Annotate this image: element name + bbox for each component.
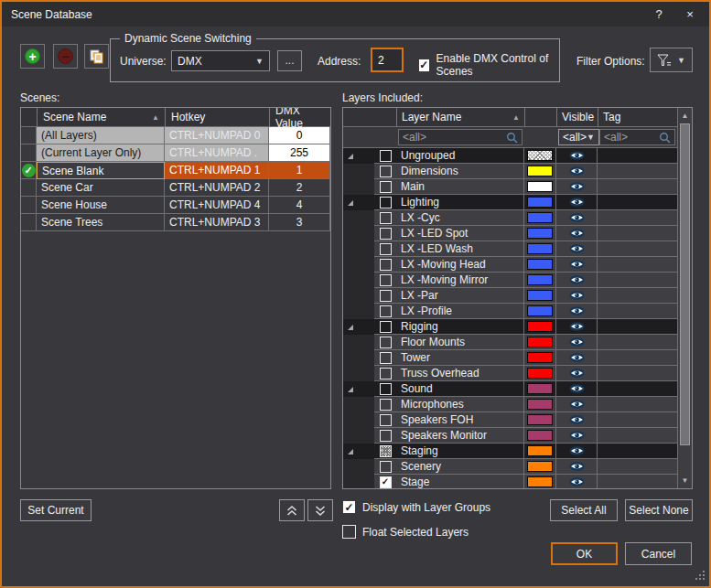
layer-checkbox-cell[interactable] [374,148,396,164]
scene-hotkey-cell[interactable]: CTRL+NUMPAD 4 [165,197,269,214]
layer-name-cell[interactable]: Rigging [396,319,524,335]
layer-row[interactable]: LX -Moving Mirror [343,273,677,288]
layer-checkbox-cell[interactable] [374,210,396,226]
layer-checkbox[interactable] [380,383,392,395]
close-icon[interactable]: × [680,6,700,23]
layer-visible-cell[interactable] [556,148,598,164]
layer-row[interactable]: Speakers FOH [343,412,677,428]
layer-name-cell[interactable]: Tower [396,350,524,366]
layer-tag-cell[interactable] [598,195,677,210]
scene-dmx-value-cell[interactable]: 4 [269,197,330,214]
layer-checkbox[interactable] [380,430,392,442]
layer-checkbox-cell[interactable] [374,366,396,381]
layer-checkbox[interactable] [380,212,392,224]
layer-tag-cell[interactable] [598,381,677,397]
layer-tag-cell[interactable] [598,273,677,288]
layer-visible-cell[interactable] [556,335,598,350]
layer-row[interactable]: Scenery [343,459,677,475]
layer-visible-cell[interactable] [556,412,598,428]
layer-checkbox-cell[interactable] [374,459,396,475]
scene-name-column-header[interactable]: Scene Name ▲ [37,108,165,126]
layer-row[interactable]: Rigging [343,319,677,335]
layer-name-cell[interactable]: Lighting [396,195,524,210]
group-expander-icon[interactable] [343,381,358,397]
layer-tag-cell[interactable] [598,226,677,241]
scene-dmx-value-cell[interactable]: 2 [269,179,330,197]
layer-checkbox[interactable] [380,399,392,411]
hotkey-column-header[interactable]: Hotkey [165,108,269,126]
visible-column-header[interactable]: Visible [556,108,598,126]
layer-visible-cell[interactable] [556,241,598,257]
scene-hotkey-cell[interactable]: CTRL+NUMPAD 0 [165,127,269,144]
select-none-button[interactable]: Select None [625,499,693,521]
layer-visible-cell[interactable] [556,475,598,488]
layer-checkbox-cell[interactable]: ✓ [374,475,396,488]
scene-hotkey-cell[interactable]: CTRL+NUMPAD 2 [165,179,269,197]
scene-dmx-value-cell[interactable]: 0 [269,127,330,144]
layer-tag-cell[interactable] [598,350,677,366]
layer-name-cell[interactable]: Speakers FOH [396,412,524,428]
layer-row[interactable]: Microphones [343,397,677,412]
layer-row[interactable]: Speakers Monitor [343,428,677,444]
scene-dmx-value-cell[interactable]: 255 [269,144,330,162]
layer-name-cell[interactable]: LX -LED Wash [396,241,524,257]
layer-visible-cell[interactable] [556,179,598,195]
dmx-value-column-header[interactable]: DMX Value [269,108,330,126]
layer-name-cell[interactable]: Scenery [396,459,524,475]
layer-tag-cell[interactable] [598,241,677,257]
layer-checkbox[interactable] [380,181,392,193]
scene-row[interactable]: (All Layers)CTRL+NUMPAD 00 [21,127,330,144]
float-selected-layers-checkbox[interactable] [342,525,356,539]
scroll-up-icon[interactable]: ▲ [678,109,692,123]
group-expander-icon[interactable] [343,444,358,459]
duplicate-scene-button[interactable] [84,44,109,69]
layer-row[interactable]: LX -LED Spot [343,226,677,241]
move-up-button[interactable] [279,499,305,521]
layer-checkbox-cell[interactable] [374,241,396,257]
tag-filter-input[interactable]: <all> [599,129,675,145]
layer-checkbox-cell[interactable] [374,381,396,397]
scene-name-cell[interactable]: Scene House [37,197,165,214]
layer-name-cell[interactable]: Ungrouped [396,148,524,164]
layer-name-cell[interactable]: Microphones [396,397,524,412]
layer-checkbox-cell[interactable] [374,288,396,304]
layer-checkbox[interactable] [380,352,392,364]
layer-visible-cell[interactable] [556,350,598,366]
layer-tag-cell[interactable] [598,164,677,179]
search-icon[interactable] [506,132,518,144]
set-current-button[interactable]: Set Current [20,499,92,521]
layer-tag-cell[interactable] [598,304,677,319]
tag-column-header[interactable]: Tag [598,108,677,126]
layer-row[interactable]: LX -Moving Head [343,257,677,273]
layer-checkbox-cell[interactable] [374,195,396,210]
layer-checkbox[interactable] [380,461,392,473]
select-all-button[interactable]: Select All [550,499,618,521]
scene-row[interactable]: Scene CarCTRL+NUMPAD 22 [21,179,330,197]
move-down-button[interactable] [307,499,333,521]
layer-checkbox[interactable] [380,445,392,457]
layer-visible-cell[interactable] [556,304,598,319]
layer-checkbox-cell[interactable] [374,350,396,366]
layer-name-cell[interactable]: Truss Overhead [396,366,524,381]
scene-row[interactable]: (Current Layer Only)CTRL+NUMPAD .255 [21,144,330,162]
layer-tag-cell[interactable] [598,210,677,226]
scene-name-cell[interactable]: (Current Layer Only) [37,144,165,162]
scrollbar-thumb[interactable] [680,123,690,445]
layer-checkbox-cell[interactable] [374,335,396,350]
layer-checkbox[interactable] [380,414,392,426]
universe-select[interactable]: DMX ▼ [171,50,270,71]
add-scene-button[interactable]: + [20,44,45,69]
layer-tag-cell[interactable] [598,475,677,488]
layer-row[interactable]: Tower [343,350,677,366]
layer-visible-cell[interactable] [556,459,598,475]
layer-checkbox-cell[interactable] [374,444,396,459]
group-expander-icon[interactable] [343,319,358,335]
scroll-down-icon[interactable]: ▼ [678,474,692,487]
scene-dmx-value-cell[interactable]: 3 [269,214,330,231]
layer-name-cell[interactable]: Floor Mounts [396,335,524,350]
layer-name-filter-input[interactable]: <all> [398,129,522,145]
layer-visible-cell[interactable] [556,397,598,412]
scene-name-cell[interactable]: Scene Trees [37,214,165,231]
layer-checkbox[interactable] [380,197,392,208]
address-input[interactable]: 2 [371,48,404,72]
